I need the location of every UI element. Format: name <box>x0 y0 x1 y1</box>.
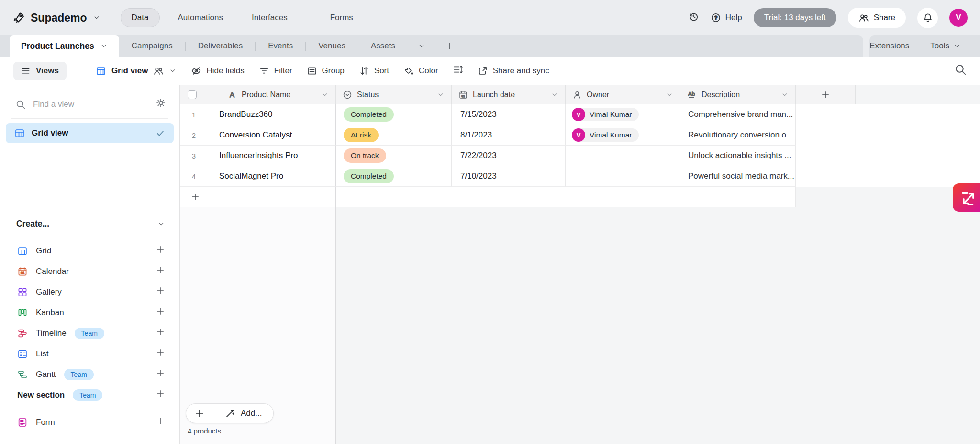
description-cell[interactable]: Unlock actionable insights ... <box>680 146 796 166</box>
views-sidebar: Grid view Create... Grid Calendar <box>0 85 180 444</box>
add-calendar-view-button[interactable] <box>156 265 165 277</box>
owner-cell[interactable] <box>566 146 680 166</box>
record-count: 4 products <box>188 427 221 435</box>
chevron-down-icon[interactable] <box>437 91 445 99</box>
nav-tab-data[interactable]: Data <box>121 8 160 27</box>
add-section-button[interactable] <box>156 389 165 401</box>
supademo-badge[interactable] <box>953 183 980 212</box>
plus-icon <box>156 286 165 296</box>
chevron-down-icon[interactable] <box>321 91 329 99</box>
search-button[interactable] <box>954 63 967 78</box>
add-record-button[interactable] <box>186 404 213 423</box>
group-button[interactable]: Group <box>307 66 345 76</box>
tab-events[interactable]: Events <box>256 35 305 57</box>
product-name-cell[interactable]: 1 BrandBuzz360 <box>180 104 336 125</box>
plus-icon <box>156 348 165 357</box>
row-height-button[interactable] <box>453 64 463 77</box>
create-section-header[interactable]: Create... <box>0 219 179 229</box>
notifications-button[interactable] <box>917 8 938 28</box>
owner-pill: V Vimal Kumar <box>572 128 639 142</box>
status-cell[interactable]: Completed <box>336 166 452 187</box>
column-header-launch-date[interactable]: Launch date <box>452 85 566 104</box>
tab-product-launches[interactable]: Product Launches <box>10 35 119 57</box>
chevron-down-icon[interactable] <box>100 42 108 50</box>
create-item-calendar[interactable]: Calendar <box>0 261 179 282</box>
owner-cell[interactable]: V Vimal Kumar <box>566 104 680 125</box>
product-name-cell[interactable]: 4 SocialMagnet Pro <box>180 166 336 187</box>
add-record-row[interactable] <box>180 187 796 207</box>
column-header-owner[interactable]: Owner <box>566 85 680 104</box>
tab-assets[interactable]: Assets <box>358 35 408 57</box>
history-button[interactable] <box>689 11 699 24</box>
supademo-z-icon <box>958 189 977 207</box>
view-settings-button[interactable] <box>156 98 166 111</box>
owner-cell[interactable] <box>566 166 680 187</box>
help-button[interactable]: Help <box>711 12 742 23</box>
tab-venues[interactable]: Venues <box>306 35 358 57</box>
share-and-sync-button[interactable]: Share and sync <box>478 66 549 76</box>
views-toggle-button[interactable]: Views <box>13 62 67 80</box>
chevron-down-icon[interactable] <box>93 14 100 22</box>
color-button[interactable]: Color <box>403 66 438 76</box>
create-item-grid[interactable]: Grid <box>0 240 179 261</box>
create-item-kanban[interactable]: Kanban <box>0 302 179 323</box>
add-with-ai-button[interactable]: Add... <box>213 404 273 423</box>
add-list-view-button[interactable] <box>156 348 165 360</box>
add-table-button[interactable] <box>435 35 464 57</box>
sidebar-item-grid-view[interactable]: Grid view <box>6 123 174 143</box>
nav-tab-forms[interactable]: Forms <box>320 9 364 27</box>
select-all-checkbox[interactable] <box>188 90 197 99</box>
chevron-down-icon[interactable] <box>551 91 558 99</box>
extensions-button[interactable]: Extensions <box>869 41 909 51</box>
view-switcher[interactable]: Grid view <box>96 66 177 76</box>
chevron-down-icon[interactable] <box>781 91 789 99</box>
hide-fields-button[interactable]: Hide fields <box>191 66 244 76</box>
nav-tab-automations[interactable]: Automations <box>167 9 234 27</box>
create-item-timeline[interactable]: Timeline Team <box>0 323 179 343</box>
launch-date-cell[interactable]: 8/1/2023 <box>452 125 566 146</box>
chevron-down-icon <box>169 67 177 75</box>
add-form-view-button[interactable] <box>156 416 165 428</box>
description-cell[interactable]: Powerful social media mark... <box>680 166 796 187</box>
more-tables-button[interactable] <box>408 35 435 57</box>
create-item-gantt[interactable]: Gantt Team <box>0 364 179 385</box>
tab-deliverables[interactable]: Deliverables <box>186 35 256 57</box>
column-header-status[interactable]: Status <box>336 85 452 104</box>
status-cell[interactable]: Completed <box>336 104 452 125</box>
add-gantt-view-button[interactable] <box>156 368 165 380</box>
description-cell[interactable]: Revolutionary conversion o... <box>680 125 796 146</box>
add-grid-view-button[interactable] <box>156 245 165 257</box>
plus-icon <box>190 192 200 202</box>
filter-button[interactable]: Filter <box>259 66 292 76</box>
create-item-form[interactable]: Form <box>0 412 179 433</box>
column-header-description[interactable]: Description <box>680 85 796 104</box>
status-cell[interactable]: On track <box>336 146 452 166</box>
tools-button[interactable]: Tools <box>930 41 961 51</box>
add-kanban-view-button[interactable] <box>156 307 165 319</box>
create-item-gallery[interactable]: Gallery <box>0 282 179 302</box>
create-item-list[interactable]: List <box>0 343 179 364</box>
nav-tab-interfaces[interactable]: Interfaces <box>241 9 298 27</box>
description-cell[interactable]: Comprehensive brand man... <box>680 104 796 125</box>
column-header-product-name[interactable]: Product Name <box>180 85 336 104</box>
product-name-cell[interactable]: 2 Conversion Catalyst <box>180 125 336 146</box>
share-button[interactable]: Share <box>848 8 906 28</box>
tab-campaigns[interactable]: Campaigns <box>119 35 185 57</box>
airtable-app: Supademo Data Automations Interfaces For… <box>0 0 980 444</box>
add-field-button[interactable] <box>796 85 856 104</box>
launch-date-cell[interactable]: 7/10/2023 <box>452 166 566 187</box>
add-gallery-view-button[interactable] <box>156 286 165 298</box>
launch-date-cell[interactable]: 7/15/2023 <box>452 104 566 125</box>
chevron-down-icon[interactable] <box>666 91 673 99</box>
find-view-input[interactable] <box>33 100 148 109</box>
create-item-new-section[interactable]: New section Team <box>0 385 179 405</box>
add-timeline-view-button[interactable] <box>156 327 165 339</box>
launch-date-cell[interactable]: 7/22/2023 <box>452 146 566 166</box>
sort-button[interactable]: Sort <box>359 66 389 76</box>
owner-cell[interactable]: V Vimal Kumar <box>566 125 680 146</box>
app-brand[interactable]: Supademo <box>12 11 100 24</box>
product-name-cell[interactable]: 3 InfluencerInsights Pro <box>180 146 336 166</box>
user-avatar[interactable]: V <box>949 9 968 27</box>
table-row: 2 Conversion Catalyst At risk 8/1/2023 V… <box>180 125 980 146</box>
status-cell[interactable]: At risk <box>336 125 452 146</box>
